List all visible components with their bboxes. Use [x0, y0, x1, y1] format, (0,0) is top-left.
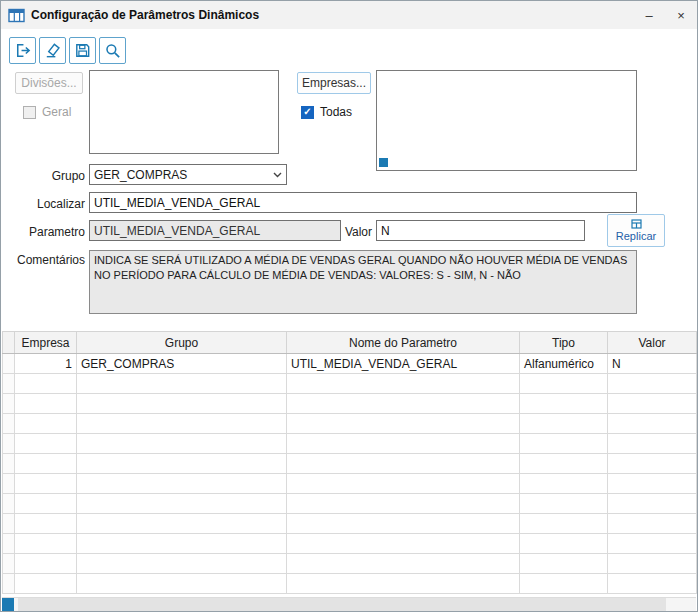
row-selector[interactable]	[3, 554, 15, 574]
row-selector[interactable]	[3, 434, 15, 454]
row-selector[interactable]	[3, 414, 15, 434]
cell[interactable]	[608, 574, 697, 594]
close-button[interactable]: ×	[665, 1, 697, 29]
exit-button[interactable]	[9, 37, 36, 64]
row-selector[interactable]	[3, 454, 15, 474]
cell[interactable]	[287, 554, 520, 574]
cell[interactable]	[15, 534, 77, 554]
cell[interactable]	[287, 394, 520, 414]
horizontal-scrollbar[interactable]	[2, 597, 696, 611]
table-row[interactable]	[3, 414, 697, 434]
row-selector[interactable]	[3, 534, 15, 554]
save-button[interactable]	[69, 37, 96, 64]
scrollbar-thumb[interactable]	[18, 598, 666, 611]
cell[interactable]	[15, 394, 77, 414]
cell[interactable]	[77, 554, 287, 574]
row-selector[interactable]	[3, 474, 15, 494]
table-row[interactable]	[3, 534, 697, 554]
table-row[interactable]	[3, 574, 697, 594]
cell[interactable]	[608, 494, 697, 514]
table-row[interactable]	[3, 454, 697, 474]
cell[interactable]	[287, 494, 520, 514]
localizar-input[interactable]	[89, 192, 637, 213]
replicar-button[interactable]: Replicar	[607, 214, 665, 247]
cell[interactable]	[77, 574, 287, 594]
cell[interactable]	[608, 434, 697, 454]
todas-checkbox[interactable]: ✓ Todas	[301, 105, 352, 119]
cell[interactable]	[520, 534, 608, 554]
cell[interactable]	[520, 554, 608, 574]
cell[interactable]	[608, 394, 697, 414]
valor-input[interactable]	[376, 220, 585, 241]
cell[interactable]	[15, 474, 77, 494]
cell[interactable]	[608, 534, 697, 554]
cell[interactable]	[287, 534, 520, 554]
cell[interactable]	[520, 394, 608, 414]
cell[interactable]	[608, 474, 697, 494]
scroll-indicator[interactable]	[379, 158, 388, 167]
cell[interactable]	[608, 514, 697, 534]
divisoes-button[interactable]: Divisões...	[15, 72, 83, 94]
table-row[interactable]	[3, 434, 697, 454]
cell[interactable]	[287, 574, 520, 594]
cell[interactable]: Alfanumérico	[520, 354, 608, 374]
table-row[interactable]	[3, 554, 697, 574]
minimize-button[interactable]: –	[633, 1, 665, 29]
cell[interactable]	[15, 554, 77, 574]
cell[interactable]	[520, 514, 608, 534]
clear-button[interactable]	[39, 37, 66, 64]
cell[interactable]	[608, 554, 697, 574]
empresas-listbox[interactable]	[376, 70, 637, 171]
cell[interactable]	[287, 474, 520, 494]
empresas-button[interactable]: Empresas...	[297, 72, 371, 94]
cell[interactable]	[520, 574, 608, 594]
row-selector[interactable]	[3, 394, 15, 414]
cell[interactable]	[520, 494, 608, 514]
table-row[interactable]	[3, 474, 697, 494]
cell[interactable]	[287, 374, 520, 394]
cell[interactable]	[608, 454, 697, 474]
cell[interactable]	[287, 414, 520, 434]
grupo-combobox[interactable]: GER_COMPRAS	[89, 164, 287, 185]
cell[interactable]	[77, 494, 287, 514]
cell[interactable]: 1	[15, 354, 77, 374]
table-row[interactable]	[3, 514, 697, 534]
table-row[interactable]	[3, 374, 697, 394]
cell[interactable]	[77, 414, 287, 434]
cell[interactable]: UTIL_MEDIA_VENDA_GERAL	[287, 354, 520, 374]
row-selector[interactable]	[3, 514, 15, 534]
cell[interactable]	[520, 414, 608, 434]
row-selector[interactable]	[3, 354, 15, 374]
cell[interactable]	[77, 534, 287, 554]
cell[interactable]	[77, 434, 287, 454]
search-button[interactable]	[99, 37, 126, 64]
cell[interactable]	[77, 454, 287, 474]
row-selector[interactable]	[3, 494, 15, 514]
cell[interactable]	[77, 514, 287, 534]
row-selector[interactable]	[3, 574, 15, 594]
cell[interactable]	[77, 374, 287, 394]
table-row[interactable]	[3, 494, 697, 514]
scroll-anchor[interactable]	[2, 598, 14, 611]
cell[interactable]	[77, 474, 287, 494]
cell[interactable]	[608, 414, 697, 434]
cell[interactable]	[77, 394, 287, 414]
cell[interactable]	[15, 374, 77, 394]
cell[interactable]	[520, 474, 608, 494]
cell[interactable]	[15, 494, 77, 514]
cell[interactable]	[15, 514, 77, 534]
cell[interactable]	[287, 434, 520, 454]
cell[interactable]	[287, 454, 520, 474]
cell[interactable]	[287, 514, 520, 534]
cell[interactable]	[15, 574, 77, 594]
cell[interactable]	[15, 414, 77, 434]
cell[interactable]	[520, 434, 608, 454]
cell[interactable]	[15, 434, 77, 454]
cell[interactable]: GER_COMPRAS	[77, 354, 287, 374]
divisoes-listbox[interactable]	[89, 70, 279, 154]
geral-checkbox[interactable]: Geral	[23, 105, 71, 119]
titlebar[interactable]: Configuração de Parâmetros Dinâmicos – ×	[1, 1, 697, 29]
cell[interactable]: N	[608, 354, 697, 374]
cell[interactable]	[15, 454, 77, 474]
table-row[interactable]	[3, 394, 697, 414]
